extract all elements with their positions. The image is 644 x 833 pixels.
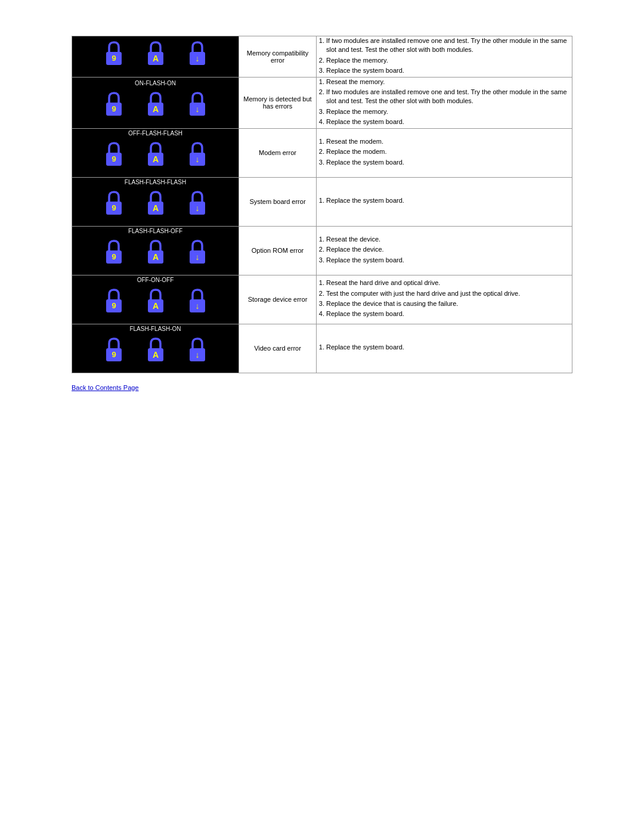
led-label: OFF-FLASH-FLASH: [72, 129, 239, 138]
error-description: Option ROM error: [239, 226, 317, 275]
lock-icon-1: A: [140, 91, 171, 122]
svg-text:↓: ↓: [195, 203, 199, 213]
action-step: Replace the system board.: [326, 158, 572, 167]
lock-icon-2: ↓: [182, 41, 213, 72]
action-step: Replace the system board.: [326, 117, 572, 126]
svg-text:9: 9: [112, 252, 116, 261]
action-steps: Reseat the modem.Replace the modem.Repla…: [317, 128, 572, 177]
svg-text:↓: ↓: [195, 154, 199, 164]
action-steps: Replace the system board.: [317, 177, 572, 226]
lock-icon-1: A: [140, 288, 171, 319]
led-label: ON-FLASH-ON: [72, 79, 239, 88]
error-description: Storage device error: [239, 275, 317, 324]
led-label: OFF-ON-OFF: [72, 275, 239, 284]
action-step: Replace the system board.: [326, 256, 572, 265]
lock-icon-2: ↓: [182, 288, 213, 319]
error-description: Modem error: [239, 128, 317, 177]
lock-icon-1: A: [140, 239, 171, 270]
svg-text:9: 9: [112, 154, 116, 163]
back-link-text: Back to Contents Page: [72, 384, 139, 391]
svg-text:↓: ↓: [195, 104, 199, 114]
led-cell: ON-FLASH-ON 9 A ↓: [72, 77, 239, 128]
action-step: Test the computer with just the hard dri…: [326, 289, 572, 298]
error-description: Video card error: [239, 324, 317, 373]
svg-text:A: A: [152, 54, 158, 63]
lock-icon-2: ↓: [182, 141, 213, 172]
table-row: 9 A ↓ Memory compatibility errorIf two m…: [72, 36, 572, 78]
action-step: Reseat the memory.: [326, 78, 572, 86]
svg-text:A: A: [152, 154, 158, 164]
svg-text:9: 9: [112, 104, 116, 113]
action-step: Reseat the device.: [326, 235, 572, 244]
lock-icon-2: ↓: [182, 190, 213, 221]
lock-icon-2: ↓: [182, 239, 213, 270]
svg-text:A: A: [152, 203, 158, 213]
svg-text:↓: ↓: [195, 252, 199, 262]
action-step: Replace the memory.: [326, 107, 572, 116]
error-description: Memory is detected but has errors: [239, 77, 317, 128]
led-icons: 9 A ↓: [72, 284, 239, 324]
action-step: Replace the system board.: [326, 309, 572, 318]
table-row: OFF-FLASH-FLASH 9 A ↓ Modem errorReseat …: [72, 128, 572, 177]
led-cell: 9 A ↓: [72, 36, 239, 78]
lock-icon-0: 9: [98, 190, 129, 221]
action-step: Replace the system board.: [326, 196, 572, 205]
lock-icon-1: A: [140, 337, 171, 368]
svg-text:↓: ↓: [195, 350, 199, 360]
svg-text:↓: ↓: [195, 301, 199, 311]
svg-text:A: A: [152, 350, 158, 360]
lock-icon-0: 9: [98, 239, 129, 270]
action-steps: If two modules are installed remove one …: [317, 36, 572, 78]
svg-text:9: 9: [112, 350, 116, 359]
led-icons: 9 A ↓: [72, 187, 239, 226]
led-cell: FLASH-FLASH-ON 9 A ↓: [72, 324, 239, 373]
action-step: If two modules are installed remove one …: [326, 88, 572, 106]
led-label: FLASH-FLASH-FLASH: [72, 178, 239, 187]
action-step: Replace the device that is causing the f…: [326, 299, 572, 308]
lock-icon-2: ↓: [182, 337, 213, 368]
action-steps: Reseat the hard drive and optical drive.…: [317, 275, 572, 324]
led-label: FLASH-FLASH-ON: [72, 324, 239, 333]
action-steps: Reseat the device.Replace the device.Rep…: [317, 226, 572, 275]
back-to-contents-link[interactable]: Back to Contents Page: [72, 384, 596, 391]
action-step: Replace the modem.: [326, 147, 572, 156]
led-icons: 9 A ↓: [72, 236, 239, 275]
svg-text:A: A: [152, 104, 158, 114]
svg-text:9: 9: [112, 301, 116, 310]
svg-text:A: A: [152, 301, 158, 311]
action-step: Replace the system board.: [326, 343, 572, 352]
lock-icon-0: 9: [98, 141, 129, 172]
svg-text:↓: ↓: [195, 54, 199, 63]
led-icons: 9 A ↓: [72, 88, 239, 127]
lock-icon-2: ↓: [182, 91, 213, 122]
table-row: FLASH-FLASH-FLASH 9 A ↓ System board err…: [72, 177, 572, 226]
svg-text:9: 9: [112, 203, 116, 212]
action-step: Replace the device.: [326, 245, 572, 254]
action-steps: Reseat the memory.If two modules are ins…: [317, 77, 572, 128]
led-label: FLASH-FLASH-OFF: [72, 227, 239, 236]
led-cell: FLASH-FLASH-OFF 9 A ↓: [72, 226, 239, 275]
lock-icon-0: 9: [98, 337, 129, 368]
error-description: System board error: [239, 177, 317, 226]
led-icons: 9 A ↓: [72, 333, 239, 373]
svg-text:9: 9: [112, 54, 116, 63]
led-icons: 9 A ↓: [72, 138, 239, 177]
led-icons: 9 A ↓: [72, 37, 239, 76]
action-step: If two modules are installed remove one …: [326, 36, 572, 55]
action-step: Reseat the hard drive and optical drive.: [326, 278, 572, 287]
action-step: Replace the memory.: [326, 56, 572, 65]
error-description: Memory compatibility error: [239, 36, 317, 78]
action-steps: Replace the system board.: [317, 324, 572, 373]
table-row: FLASH-FLASH-OFF 9 A ↓ Option ROM errorRe…: [72, 226, 572, 275]
table-row: ON-FLASH-ON 9 A ↓ Memory is detected but…: [72, 77, 572, 128]
led-cell: OFF-ON-OFF 9 A ↓: [72, 275, 239, 324]
lock-icon-0: 9: [98, 288, 129, 319]
svg-text:A: A: [152, 252, 158, 262]
lock-icon-0: 9: [98, 41, 129, 72]
table-row: OFF-ON-OFF 9 A ↓ Storage device errorRes…: [72, 275, 572, 324]
table-row: FLASH-FLASH-ON 9 A ↓ Video card errorRep…: [72, 324, 572, 373]
led-cell: FLASH-FLASH-FLASH 9 A ↓: [72, 177, 239, 226]
lock-icon-1: A: [140, 141, 171, 172]
action-step: Replace the system board.: [326, 66, 572, 75]
lock-icon-1: A: [140, 41, 171, 72]
